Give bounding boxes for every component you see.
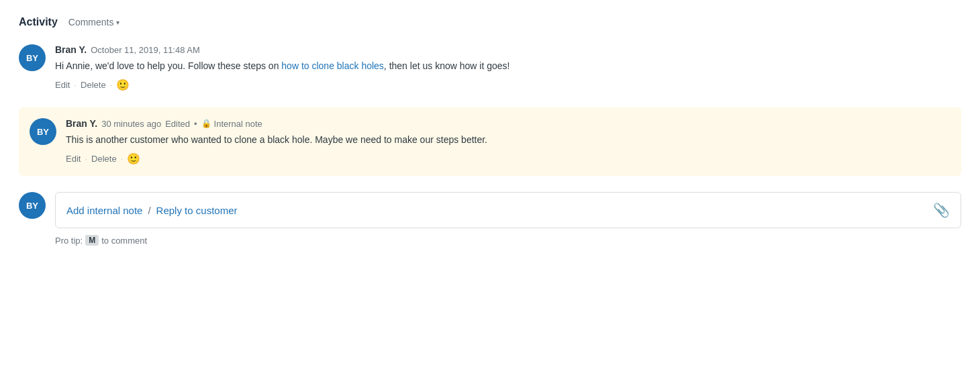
- internal-note-item: BY Bran Y. 30 minutes ago Edited • 🔒 Int…: [19, 107, 961, 176]
- reply-to-customer-label[interactable]: Reply to customer: [156, 205, 238, 216]
- comment-body: Bran Y. October 11, 2019, 11:48 AM Hi An…: [55, 44, 961, 91]
- separator: /: [148, 205, 150, 216]
- comment-body: Bran Y. 30 minutes ago Edited • 🔒 Intern…: [66, 118, 950, 165]
- clone-black-holes-link[interactable]: how to clone black holes: [281, 60, 384, 71]
- comment-text: Hi Annie, we'd love to help you. Follow …: [55, 59, 961, 73]
- internal-note-badge: 🔒 Internal note: [201, 119, 262, 129]
- add-internal-note-label[interactable]: Add internal note: [66, 205, 142, 216]
- edit-button[interactable]: Edit: [55, 80, 70, 90]
- avatar: BY: [19, 44, 46, 71]
- comments-dropdown[interactable]: Comments ▾: [68, 17, 120, 28]
- pro-tip-prefix: Pro tip:: [55, 236, 83, 246]
- keyboard-shortcut-badge: M: [85, 235, 99, 246]
- avatar: BY: [19, 192, 46, 219]
- reply-area: BY Add internal note / Reply to customer…: [19, 192, 961, 228]
- pro-tip: Pro tip: M to comment: [55, 235, 961, 246]
- comment-item: BY Bran Y. October 11, 2019, 11:48 AM Hi…: [19, 44, 961, 91]
- separator: ·: [110, 80, 113, 90]
- author-name: Bran Y.: [55, 44, 87, 55]
- comment-timestamp: 30 minutes ago: [101, 119, 161, 129]
- avatar: BY: [30, 118, 56, 145]
- pro-tip-suffix: to comment: [101, 236, 147, 246]
- comment-meta: Bran Y. 30 minutes ago Edited • 🔒 Intern…: [66, 118, 950, 129]
- activity-header: Activity Comments ▾: [19, 16, 961, 28]
- emoji-icon[interactable]: 🙂: [116, 79, 130, 91]
- separator: ·: [121, 154, 124, 164]
- comment-timestamp: October 11, 2019, 11:48 AM: [91, 45, 200, 55]
- author-name: Bran Y.: [66, 118, 97, 129]
- separator: ·: [85, 154, 87, 164]
- comment-actions: Edit · Delete · 🙂: [66, 152, 950, 165]
- dot-separator: •: [194, 119, 197, 129]
- reply-placeholder: Add internal note / Reply to customer: [66, 205, 237, 216]
- comment-actions: Edit · Delete · 🙂: [55, 79, 961, 91]
- internal-note-label: Internal note: [214, 119, 262, 129]
- comment-meta: Bran Y. October 11, 2019, 11:48 AM: [55, 44, 961, 55]
- chevron-down-icon: ▾: [116, 19, 119, 26]
- separator: ·: [74, 80, 77, 90]
- comments-label: Comments: [68, 17, 114, 28]
- edit-button[interactable]: Edit: [66, 154, 81, 164]
- lock-icon: 🔒: [201, 119, 211, 128]
- delete-button[interactable]: Delete: [91, 154, 117, 164]
- activity-title: Activity: [19, 16, 58, 28]
- emoji-icon[interactable]: 🙂: [127, 152, 140, 165]
- reply-input-wrapper[interactable]: Add internal note / Reply to customer 📎: [55, 192, 961, 228]
- edited-badge: Edited: [165, 119, 190, 129]
- comment-text: This is another customer who wanted to c…: [66, 133, 950, 147]
- delete-button[interactable]: Delete: [81, 80, 106, 90]
- attachment-icon[interactable]: 📎: [933, 202, 950, 218]
